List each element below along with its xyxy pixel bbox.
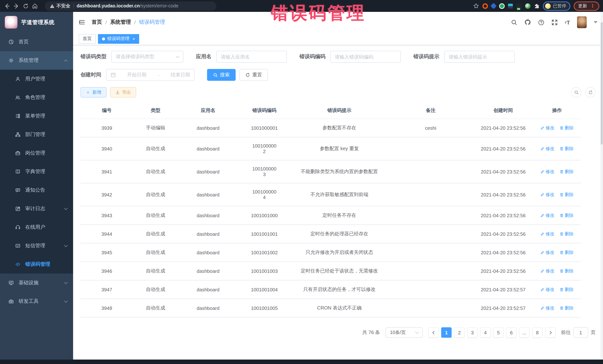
app-frame: 芋道管理系统 首页 系统管理 (0, 12, 603, 360)
close-tab-icon[interactable]: × (132, 36, 135, 41)
sidebar-item[interactable]: 用户管理 (0, 70, 73, 88)
extension-icon[interactable] (482, 3, 488, 9)
sidebar-item[interactable]: 审计日志 (0, 199, 73, 218)
cell-id: 3945 (81, 243, 133, 262)
export-button[interactable]: 导出 (110, 87, 136, 98)
delete-link[interactable]: 删除 (560, 286, 574, 293)
github-icon[interactable] (524, 19, 531, 26)
page-button[interactable]: ... (519, 327, 530, 338)
delete-link[interactable]: 删除 (560, 125, 574, 131)
delete-link[interactable]: 删除 (560, 231, 574, 237)
page-size-select[interactable]: 10条/页 (385, 327, 423, 338)
edit-link[interactable]: 修改 (540, 305, 554, 311)
sidebar-item[interactable]: 菜单管理 (0, 107, 73, 125)
breadcrumb-home[interactable]: 首页 (92, 19, 102, 26)
hamburger-icon[interactable] (79, 19, 85, 26)
extension-icon[interactable] (525, 3, 531, 9)
sidebar-item[interactable]: 研发工具 (0, 292, 73, 311)
sidebar-item[interactable]: 岗位管理 (0, 144, 73, 162)
delete-link[interactable]: 删除 (560, 212, 574, 219)
address-bar[interactable]: 不安全 dashboard.yudao.iocoder.cn/system/er… (45, 1, 216, 11)
sidebar-item[interactable]: 角色管理 (0, 88, 73, 107)
cell-type: 自动生成 (133, 183, 178, 206)
table-row: 3943 自动生成 dashboard 1001001000 定时任务不存在 2… (81, 206, 581, 225)
add-button[interactable]: ＋新增 (81, 87, 106, 98)
error-code-input[interactable] (335, 54, 396, 59)
page-button[interactable]: 1 (441, 327, 452, 338)
font-size-icon[interactable]: тT (565, 19, 570, 25)
edit-link[interactable]: 修改 (540, 231, 554, 237)
cell-app: dashboard (178, 160, 238, 183)
edit-link[interactable]: 修改 (540, 145, 554, 152)
delete-link[interactable]: 删除 (560, 145, 574, 152)
search-button[interactable]: 搜索 (207, 69, 236, 81)
forward-icon[interactable] (13, 3, 20, 9)
chevron-icon (64, 59, 68, 63)
caret-down-icon[interactable] (594, 21, 597, 23)
reset-button[interactable]: 重置 (239, 69, 268, 81)
date-range-picker[interactable]: 开始日期 - 结束日期 (106, 69, 195, 81)
cell-code: 1001001005 (238, 299, 290, 317)
delete-link[interactable]: 删除 (560, 191, 574, 198)
help-icon[interactable] (538, 19, 544, 25)
sidebar-item[interactable]: 错误码管理 (0, 255, 73, 274)
edit-link[interactable]: 修改 (540, 191, 554, 198)
tab-home[interactable]: 首页 (79, 34, 96, 44)
edit-link[interactable]: 修改 (540, 286, 554, 293)
profile-paused-badge[interactable]: 已暂停 (543, 1, 570, 11)
next-page-button[interactable] (545, 327, 556, 338)
delete-link[interactable]: 删除 (560, 168, 574, 175)
page-button[interactable]: 8 (532, 327, 543, 338)
breadcrumb-system[interactable]: 系统管理 (110, 19, 131, 26)
page-scrollbar[interactable] (600, 12, 603, 360)
extension-icon[interactable] (516, 3, 522, 9)
tab-error-code[interactable]: 错误码管理 × (98, 34, 139, 44)
user-avatar[interactable] (577, 16, 587, 28)
delete-link[interactable]: 删除 (560, 305, 574, 311)
scrollbar-thumb[interactable] (601, 22, 603, 144)
edit-link[interactable]: 修改 (540, 168, 554, 175)
sidebar-item[interactable]: 字典管理 (0, 162, 73, 181)
edit-link[interactable]: 修改 (540, 249, 554, 255)
edit-link[interactable]: 修改 (540, 212, 554, 219)
bookmark-star-icon[interactable] (473, 3, 479, 9)
sidebar-item[interactable]: 短信管理 (0, 236, 73, 255)
sidebar-item[interactable]: 系统管理 (0, 51, 73, 70)
sidebar-item[interactable]: 首页 (0, 33, 73, 51)
fullscreen-icon[interactable] (551, 19, 558, 25)
extension-icon[interactable] (499, 3, 505, 9)
sidebar-item[interactable]: 在线用户 (0, 218, 73, 236)
search-icon[interactable] (511, 19, 517, 25)
home-icon[interactable] (32, 3, 38, 9)
sidebar-item[interactable]: 基础设施 (0, 274, 73, 292)
chevron-icon (64, 206, 68, 210)
back-icon[interactable] (4, 3, 10, 9)
error-type-select[interactable]: 请选择错误码类型 (111, 51, 183, 63)
logo-avatar (5, 16, 17, 29)
page-button[interactable]: 6 (506, 327, 517, 338)
page-button[interactable]: 2 (454, 327, 464, 338)
error-hint-input[interactable] (449, 54, 510, 59)
page-button[interactable]: 4 (480, 327, 491, 338)
extension-icon[interactable] (508, 3, 513, 8)
page-button[interactable]: 3 (467, 327, 477, 338)
toggle-search-icon[interactable] (571, 87, 581, 98)
page-button[interactable]: 5 (493, 327, 504, 338)
sidebar-item[interactable]: 部门管理 (0, 125, 73, 144)
cell-type: 手动编辑 (133, 119, 178, 137)
prev-page-button[interactable] (428, 327, 439, 338)
extension-icon[interactable] (490, 3, 497, 9)
edit-link[interactable]: 修改 (540, 125, 554, 131)
refresh-icon[interactable] (585, 87, 596, 98)
reload-icon[interactable] (23, 3, 29, 9)
table-toolbar: ＋新增 导出 (81, 87, 596, 98)
edit-link[interactable]: 修改 (540, 268, 554, 274)
app-name-input[interactable] (221, 54, 282, 59)
logo[interactable]: 芋道管理系统 (0, 12, 73, 33)
browser-update-button[interactable]: 更新 ⋮ (574, 1, 599, 11)
delete-link[interactable]: 删除 (560, 268, 574, 274)
goto-page-input[interactable] (573, 327, 588, 338)
delete-link[interactable]: 删除 (560, 249, 574, 255)
sidebar-item[interactable]: 通知公告 (0, 181, 73, 199)
extensions-puzzle-icon[interactable] (534, 3, 540, 9)
